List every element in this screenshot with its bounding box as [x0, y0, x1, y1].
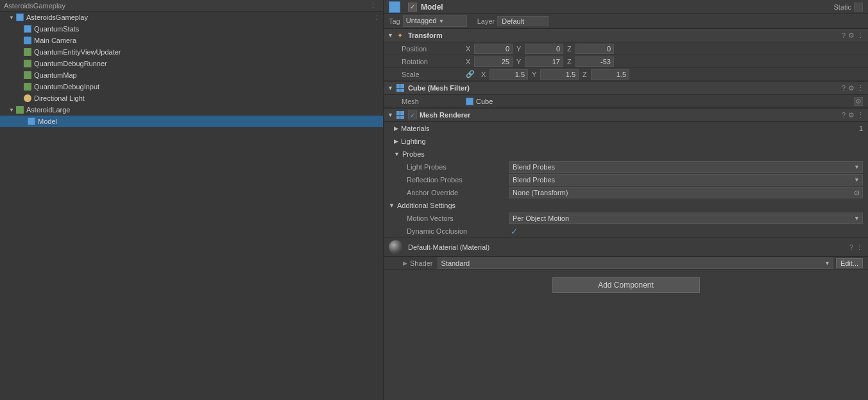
- position-x-input[interactable]: [474, 44, 513, 54]
- tree-item-main-camera[interactable]: ▶ Main Camera: [0, 35, 383, 46]
- transform-menu-btn[interactable]: ⋮: [857, 31, 864, 40]
- dynamic-occlusion-row: Dynamic Occlusion ✓: [384, 225, 868, 238]
- mesh-filter-expand-arrow[interactable]: ▼: [387, 85, 393, 91]
- mesh-filter-settings-btn[interactable]: ⚙: [848, 84, 855, 92]
- additional-settings-subsection[interactable]: ▼ Additional Settings: [384, 199, 868, 212]
- materials-label: Materials: [401, 125, 430, 132]
- hierarchy-title: AsteroidsGameplay: [4, 2, 65, 10]
- shader-expand-arrow[interactable]: ▶: [403, 260, 407, 266]
- mesh-renderer-title: Mesh Renderer: [420, 111, 842, 119]
- position-z-input[interactable]: [575, 44, 614, 54]
- transform-settings-btn[interactable]: ⚙: [848, 31, 855, 40]
- mesh-renderer-expand-arrow[interactable]: ▼: [387, 112, 393, 118]
- expand-arrow-model: ▶: [19, 119, 27, 125]
- material-menu-btn[interactable]: ⋮: [856, 243, 863, 252]
- position-z-field: Z: [567, 44, 614, 54]
- tree-item-qdr[interactable]: ▶ QuantumDebugRunner: [0, 58, 383, 69]
- motion-vectors-select[interactable]: Per Object Motion ▼: [509, 213, 863, 224]
- rotation-x-input[interactable]: [474, 57, 513, 67]
- model-name: Model: [421, 3, 828, 12]
- scale-xyz: 🔗 X Y Z: [466, 69, 863, 80]
- reflection-probes-select[interactable]: Blend Probes ▼: [509, 174, 863, 186]
- anchor-target-icon[interactable]: ⊙: [854, 189, 860, 197]
- rotation-label: Rotation: [402, 58, 466, 65]
- light-probes-value: Blend Probes: [513, 163, 555, 171]
- go-icon-qevu: [23, 48, 32, 57]
- materials-subsection[interactable]: ▶ Materials 1: [384, 122, 868, 135]
- tree-item-quantum-stats[interactable]: ▶ QuantumStats: [0, 23, 383, 35]
- lighting-subsection[interactable]: ▶ Lighting: [384, 135, 868, 148]
- tree-item-asteroid-large[interactable]: ▼ AsteroidLarge: [0, 104, 383, 116]
- transform-section-header[interactable]: ▼ ✦ Transform ? ⚙ ⋮: [384, 28, 868, 42]
- expand-arrow[interactable]: ▼: [8, 15, 15, 21]
- mesh-renderer-menu-btn[interactable]: ⋮: [857, 111, 864, 119]
- position-y-input[interactable]: [525, 44, 563, 54]
- probes-subsection[interactable]: ▼ Probes: [384, 148, 868, 161]
- light-probes-select[interactable]: Blend Probes ▼: [509, 161, 863, 173]
- rotation-y-input[interactable]: [525, 57, 563, 67]
- lighting-expand-arrow[interactable]: ▶: [394, 138, 398, 144]
- anchor-override-row: Anchor Override None (Transform) ⊙: [384, 186, 868, 199]
- shader-select[interactable]: Standard ▼: [438, 257, 833, 269]
- probes-expand-arrow[interactable]: ▼: [394, 151, 400, 157]
- position-y-field: Y: [516, 44, 563, 54]
- add-component-button[interactable]: Add Component: [552, 277, 700, 293]
- mesh-cube-icon: [466, 98, 473, 105]
- tree-item-model[interactable]: ▶ Model: [0, 116, 383, 127]
- scale-label: Scale: [402, 71, 466, 78]
- tree-item-dir-light[interactable]: ▶ Directional Light: [0, 92, 383, 104]
- scale-x-input[interactable]: [489, 69, 528, 80]
- scale-y-input[interactable]: [540, 69, 579, 80]
- material-help-btn[interactable]: ?: [849, 243, 853, 251]
- mesh-renderer-settings-btn[interactable]: ⚙: [848, 111, 855, 119]
- transform-expand-arrow[interactable]: ▼: [387, 32, 393, 39]
- tree-item-qmap[interactable]: ▶ QuantumMap: [0, 69, 383, 81]
- item-menu-btn[interactable]: ⋮: [371, 13, 383, 22]
- materials-expand-arrow[interactable]: ▶: [394, 125, 398, 132]
- rotation-z-input[interactable]: [575, 57, 614, 67]
- tree-label-qdr: QuantumDebugRunner: [34, 60, 107, 67]
- scale-y-field: Y: [532, 69, 579, 80]
- expand-arrow-al[interactable]: ▼: [8, 107, 15, 113]
- mesh-renderer-enabled-checkbox[interactable]: ✓: [408, 110, 417, 119]
- z-label: Z: [567, 45, 574, 53]
- static-checkbox[interactable]: [854, 3, 863, 12]
- tree-label-mc: Main Camera: [34, 37, 76, 44]
- mesh-target-btn[interactable]: ⊙: [854, 97, 863, 106]
- cube-icon-qs: [23, 24, 32, 33]
- position-label: Position: [402, 45, 466, 53]
- tree-item-qevu[interactable]: ▶ QuantumEntityViewUpdater: [0, 46, 383, 58]
- shader-edit-btn[interactable]: Edit...: [836, 258, 863, 268]
- position-xyz: X Y Z: [466, 44, 863, 54]
- static-label: Static: [833, 3, 851, 11]
- tree-item-asteroids-gameplay[interactable]: ▼ AsteroidsGameplay ⋮: [0, 12, 383, 23]
- tag-select[interactable]: Untagged ▼: [403, 15, 467, 27]
- transform-help-btn[interactable]: ?: [842, 31, 846, 39]
- mesh-filter-title: Cube (Mesh Filter): [408, 84, 842, 92]
- tree-item-qdi[interactable]: ▶ QuantumDebugInput: [0, 81, 383, 92]
- mesh-renderer-section-header[interactable]: ▼ ✓ Mesh Renderer ? ⚙ ⋮: [384, 108, 868, 122]
- cam-icon-mc: [23, 36, 32, 45]
- mesh-filter-section-header[interactable]: ▼ Cube (Mesh Filter) ? ⚙ ⋮: [384, 81, 868, 95]
- tag-label: Tag: [389, 17, 400, 25]
- tree-label: AsteroidsGameplay: [26, 13, 88, 21]
- model-active-checkbox[interactable]: ✓: [408, 3, 417, 12]
- light-probes-row: Light Probes Blend Probes ▼: [384, 161, 868, 173]
- dynamic-occlusion-checkbox[interactable]: ✓: [509, 227, 518, 236]
- mesh-name: Cube: [476, 98, 493, 105]
- mesh-renderer-help-btn[interactable]: ?: [842, 111, 846, 119]
- scale-link-icon[interactable]: 🔗: [466, 70, 475, 78]
- additional-settings-expand-arrow[interactable]: ▼: [389, 202, 395, 209]
- layer-select[interactable]: Default: [497, 16, 549, 26]
- mesh-filter-menu-btn[interactable]: ⋮: [857, 84, 864, 92]
- add-component-area: Add Component: [384, 270, 868, 300]
- anchor-override-field[interactable]: None (Transform) ⊙: [509, 187, 863, 198]
- go-icon-qdr: [23, 59, 32, 68]
- tree-label-qevu: QuantumEntityViewUpdater: [34, 48, 121, 56]
- hierarchy-menu-btn[interactable]: ⋮: [367, 1, 379, 10]
- reflection-probes-label: Reflection Probes: [407, 176, 509, 184]
- mesh-filter-help-btn[interactable]: ?: [842, 84, 846, 92]
- inspector-header: ✓ Model Static: [384, 0, 868, 14]
- scale-z-input[interactable]: [591, 69, 629, 80]
- tree-label-qdi: QuantumDebugInput: [34, 83, 99, 91]
